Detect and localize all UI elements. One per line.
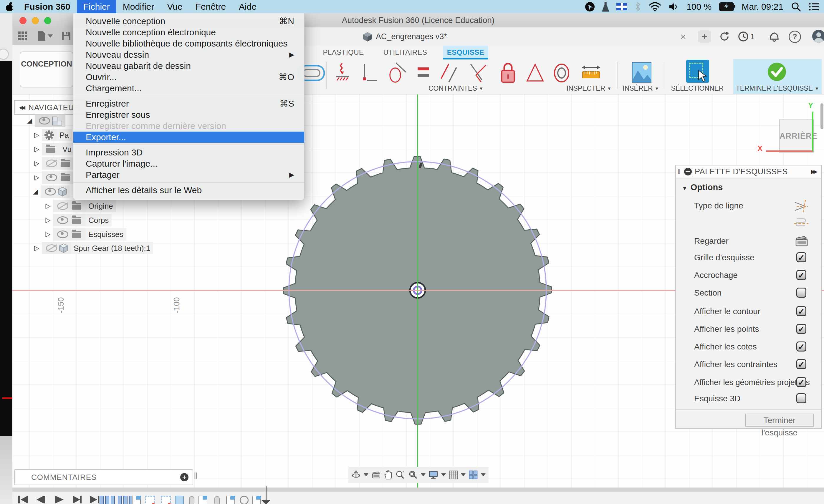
finish-sketch-group-label[interactable]: TERMINER L'ESQUISSE ▼ bbox=[733, 85, 822, 92]
timeline-play-icon[interactable] bbox=[54, 495, 65, 504]
constraints-group-label[interactable]: CONTRAINTES ▼ bbox=[421, 85, 491, 92]
visibility-icon[interactable] bbox=[39, 117, 50, 125]
palette-drag-handle[interactable]: ‖ bbox=[678, 167, 681, 176]
constraint-equal-icon[interactable] bbox=[416, 66, 430, 79]
menu-item-nouvelle-conception[interactable]: Nouvelle conception⌘N bbox=[73, 16, 304, 27]
tree-row-vues[interactable]: ▷ Vu bbox=[32, 143, 75, 155]
wifi-icon[interactable] bbox=[649, 2, 661, 11]
location-status-icon[interactable] bbox=[585, 2, 595, 11]
help-icon[interactable]: ? bbox=[789, 31, 801, 43]
menu-item-chargement[interactable]: Chargement... bbox=[73, 83, 304, 94]
menu-item-nouvelle-conception-electronique[interactable]: Nouvelle conception électronique bbox=[73, 27, 304, 38]
timeline-pin-icon[interactable] bbox=[189, 496, 194, 504]
expand-icon[interactable]: ◢ bbox=[31, 188, 41, 196]
expand-icon[interactable]: ▷ bbox=[32, 244, 42, 252]
constraint-symmetry-icon[interactable] bbox=[526, 63, 544, 83]
comments-resize-handle[interactable]: ‖ bbox=[194, 471, 197, 481]
close-tab-icon[interactable]: × bbox=[680, 27, 686, 46]
inspect-group-label[interactable]: INSPECTER ▼ bbox=[562, 85, 616, 92]
visibility-off-icon[interactable] bbox=[46, 159, 57, 167]
scrollbar-thumb[interactable] bbox=[820, 103, 823, 129]
zoom-icon[interactable]: ± bbox=[395, 468, 405, 481]
menu-item-enregistrer-sous[interactable]: Enregistrer sous bbox=[73, 109, 304, 120]
timeline-step-back-icon[interactable] bbox=[35, 495, 46, 504]
timeline-marker-line[interactable] bbox=[266, 486, 267, 500]
visibility-icon[interactable] bbox=[46, 174, 57, 181]
timeline-sketch-flag-icon[interactable] bbox=[132, 496, 141, 504]
bluetooth-icon[interactable] bbox=[635, 1, 641, 12]
menubar-vue[interactable]: Vue bbox=[161, 0, 189, 13]
collapse-panel-icon[interactable]: ◀◀ bbox=[19, 105, 24, 111]
zoom-fit-caret-icon[interactable] bbox=[421, 473, 426, 476]
insert-group-label[interactable]: INSÉRER ▼ bbox=[617, 85, 664, 92]
expand-icon[interactable]: ▷ bbox=[32, 145, 42, 153]
look-at-icon[interactable] bbox=[794, 235, 808, 248]
maximize-window-button[interactable] bbox=[44, 17, 51, 24]
visibility-icon[interactable] bbox=[45, 188, 56, 196]
timeline-skip-end-icon[interactable] bbox=[89, 495, 101, 504]
collapse-palette-icon[interactable]: ▶▶ bbox=[811, 168, 818, 175]
menu-item-ouvrir[interactable]: Ouvrir...⌘O bbox=[73, 72, 304, 83]
minimize-window-button[interactable] bbox=[32, 17, 39, 24]
orbit-icon[interactable] bbox=[351, 469, 361, 481]
comments-bar[interactable]: COMMENTAIRES + bbox=[14, 469, 193, 485]
menu-item-enregistrer[interactable]: Enregistrer⌘S bbox=[73, 98, 304, 109]
checkbox-grille[interactable]: ✓ bbox=[796, 252, 806, 262]
menubar-modifier[interactable]: Modifier bbox=[116, 0, 161, 13]
menu-item-nouveau-gabarit[interactable]: Nouveau gabarit de dessin bbox=[73, 60, 304, 72]
options-section-header[interactable]: ▼Options bbox=[682, 182, 723, 192]
zoom-fit-icon[interactable] bbox=[408, 468, 418, 481]
constraint-lock-icon[interactable] bbox=[499, 61, 517, 85]
menu-item-nouvelle-bibliotheque[interactable]: Nouvelle bibliothèque de composants élec… bbox=[73, 38, 304, 49]
menu-item-impression-3d[interactable]: Impression 3D bbox=[73, 147, 304, 158]
expand-icon[interactable]: ▷ bbox=[43, 202, 53, 210]
grid-caret-icon[interactable] bbox=[461, 473, 466, 476]
tree-row-hidden-folder[interactable]: ▷ bbox=[32, 157, 74, 169]
look-at-icon[interactable] bbox=[371, 469, 381, 481]
menu-item-partager[interactable]: Partager▶ bbox=[73, 169, 304, 180]
menubar-aide[interactable]: Aide bbox=[232, 0, 263, 13]
timeline-sketch-icon[interactable] bbox=[145, 496, 155, 504]
select-icon[interactable] bbox=[686, 60, 709, 83]
app-grid-icon[interactable] bbox=[18, 31, 21, 34]
visibility-off-icon[interactable] bbox=[57, 202, 68, 210]
keyboard-layout-flag-icon[interactable] bbox=[616, 3, 627, 10]
expand-icon[interactable]: ▷ bbox=[32, 159, 42, 167]
checkbox-cotes[interactable]: ✓ bbox=[796, 342, 806, 352]
checkbox-accrochage[interactable]: ✓ bbox=[796, 270, 806, 280]
viewports-caret-icon[interactable] bbox=[481, 473, 486, 476]
timeline-revolve-icon[interactable] bbox=[240, 496, 248, 504]
timeline-step-forward-icon[interactable] bbox=[72, 495, 83, 504]
avatar[interactable] bbox=[812, 30, 824, 43]
utility-status-icon[interactable] bbox=[602, 2, 609, 12]
expand-icon[interactable]: ▷ bbox=[43, 231, 53, 238]
timeline-group-icon[interactable] bbox=[100, 496, 116, 504]
timeline-sketch-flag-icon[interactable] bbox=[252, 496, 261, 504]
finish-sketch-icon[interactable] bbox=[768, 63, 786, 81]
tree-row-assembly[interactable]: ◢ bbox=[25, 115, 65, 127]
tab-utilitaires[interactable]: UTILITAIRES bbox=[383, 46, 428, 59]
constraint-fixed-icon[interactable] bbox=[333, 63, 351, 84]
timeline-marker-handle[interactable] bbox=[261, 500, 271, 504]
constraint-parallel-icon[interactable] bbox=[440, 62, 459, 84]
display-caret-icon[interactable] bbox=[441, 473, 446, 476]
checkbox-geometries[interactable]: ✓ bbox=[796, 377, 806, 387]
checkbox-points[interactable]: ✓ bbox=[796, 324, 806, 334]
tree-row-esquisses[interactable]: ▷ Esquisses bbox=[43, 228, 126, 241]
menubar-clock[interactable]: Mar. 09:21 bbox=[741, 2, 783, 12]
workspace-selector[interactable]: CONCEPTION bbox=[20, 51, 73, 88]
visibility-icon[interactable] bbox=[57, 231, 68, 238]
inspect-icon[interactable] bbox=[581, 64, 601, 83]
expand-icon[interactable]: ▷ bbox=[32, 174, 42, 181]
constraint-vertical-horizontal-icon[interactable] bbox=[360, 63, 378, 84]
constraint-perpendicular-icon[interactable] bbox=[468, 62, 489, 84]
tree-row-origine[interactable]: ▷ Origine bbox=[43, 200, 116, 212]
visibility-icon[interactable] bbox=[57, 216, 68, 224]
timeline-pin-icon[interactable] bbox=[214, 496, 220, 504]
expand-icon[interactable]: ◢ bbox=[25, 117, 35, 125]
checkbox-contraintes[interactable]: ✓ bbox=[796, 359, 806, 369]
constraint-tangent-icon[interactable] bbox=[387, 62, 406, 84]
menu-item-nouveau-dessin[interactable]: Nouveau dessin▶ bbox=[73, 49, 304, 60]
checkbox-section[interactable] bbox=[796, 288, 806, 298]
viewcube[interactable]: ARRIÈRE bbox=[779, 120, 814, 152]
